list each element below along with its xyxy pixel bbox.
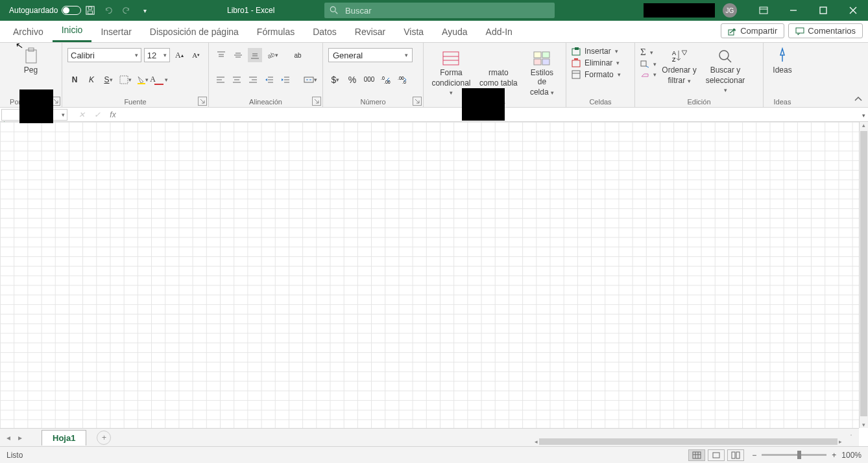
fill-button[interactable]: ▾ <box>640 60 657 68</box>
align-right-icon[interactable] <box>247 73 260 87</box>
tab-addin[interactable]: Add-In <box>477 23 522 42</box>
tab-inicio[interactable]: Inicio <box>53 21 92 42</box>
share-label: Compartir <box>740 26 777 36</box>
enter-icon[interactable]: ✓ <box>90 110 105 119</box>
comments-button[interactable]: Comentarios <box>788 23 863 38</box>
horizontal-scrollbar[interactable]: ◂ ▸ <box>535 437 859 446</box>
align-bottom-icon[interactable] <box>248 48 262 62</box>
scroll-thumb[interactable] <box>860 131 867 416</box>
insert-cells-button[interactable]: Insertar▾ <box>572 47 629 56</box>
wrap-text-button[interactable]: ab <box>291 48 305 62</box>
view-layout-icon[interactable] <box>708 449 725 461</box>
autosave-toggle[interactable]: Autoguardado <box>9 6 81 15</box>
autosum-button[interactable]: Σ▾ <box>640 47 657 58</box>
align-center-icon[interactable] <box>230 73 244 87</box>
sort-filter-button[interactable]: AZ Ordenar y filtrar ▾ <box>659 45 699 87</box>
decrease-font-icon[interactable]: A▾ <box>189 48 203 62</box>
scroll-thumb[interactable] <box>539 438 838 445</box>
clear-button[interactable]: ▾ <box>640 71 657 78</box>
spreadsheet-grid[interactable] <box>0 122 859 428</box>
svg-rect-51 <box>542 52 549 58</box>
tab-revisar[interactable]: Revisar <box>346 23 394 42</box>
thousands-button[interactable]: 000 <box>362 73 376 87</box>
svg-rect-70 <box>732 452 735 458</box>
collapse-ribbon-icon[interactable] <box>854 95 863 104</box>
tab-datos[interactable]: Datos <box>304 23 346 42</box>
svg-rect-69 <box>713 453 719 458</box>
view-normal-icon[interactable] <box>688 449 705 461</box>
font-color-button[interactable]: A▾ <box>152 73 166 87</box>
svg-rect-56 <box>572 60 580 67</box>
add-sheet-button[interactable]: + <box>97 431 111 445</box>
svg-text:ab: ab <box>266 51 274 60</box>
ideas-button[interactable]: Ideas <box>769 45 796 77</box>
decrease-indent-icon[interactable] <box>263 73 276 87</box>
tab-archivo[interactable]: Archivo <box>4 23 53 42</box>
delete-cells-button[interactable]: Eliminar▾ <box>572 58 629 67</box>
align-middle-icon[interactable] <box>231 48 245 62</box>
comment-icon <box>795 27 804 36</box>
align-left-icon[interactable] <box>214 73 228 87</box>
find-select-button[interactable]: Buscar y seleccionar ▾ <box>702 45 749 95</box>
save-icon[interactable] <box>84 4 97 17</box>
paste-button[interactable]: Peg <box>5 45 56 77</box>
italic-button[interactable]: K <box>84 73 99 87</box>
svg-rect-50 <box>534 52 541 58</box>
view-pagebreak-icon[interactable] <box>727 449 744 461</box>
cancel-icon[interactable]: ✕ <box>74 110 90 119</box>
redacted-block <box>19 89 53 123</box>
undo-icon[interactable] <box>102 4 115 17</box>
search-box[interactable]: Buscar <box>324 3 555 18</box>
tab-ayuda[interactable]: Ayuda <box>433 23 476 42</box>
underline-button[interactable]: S▾ <box>101 73 115 87</box>
sheet-tab[interactable]: Hoja1 <box>42 430 86 445</box>
merge-button[interactable]: ▾ <box>304 73 317 87</box>
bold-button[interactable]: N <box>67 73 82 87</box>
maximize-icon[interactable] <box>808 0 838 21</box>
cell-styles-button[interactable]: Estilos de celda ▾ <box>524 48 561 98</box>
borders-button[interactable]: ▾ <box>118 73 132 87</box>
launcher-icon[interactable] <box>198 97 207 106</box>
tab-formulas[interactable]: Fórmulas <box>248 23 304 42</box>
redo-icon[interactable] <box>120 4 133 17</box>
close-icon[interactable] <box>838 0 868 21</box>
increase-decimal-icon[interactable]: .0.00 <box>379 73 393 87</box>
launcher-icon[interactable] <box>312 97 321 106</box>
svg-rect-60 <box>641 61 646 66</box>
ribbon-display-icon[interactable] <box>749 0 778 21</box>
number-format-selector[interactable]: General▾ <box>328 48 413 62</box>
font-size-selector[interactable]: 12▾ <box>144 48 170 62</box>
user-avatar[interactable]: JG <box>723 3 737 18</box>
share-button[interactable]: Compartir <box>721 23 784 38</box>
tab-vista[interactable]: Vista <box>394 23 433 42</box>
fill-color-button[interactable]: ▾ <box>135 73 149 87</box>
zoom-in-button[interactable]: + <box>832 451 836 460</box>
autosave-label: Autoguardado <box>9 6 58 15</box>
format-cells-button[interactable]: Formato▾ <box>572 70 629 79</box>
next-sheet-icon[interactable]: ▸ <box>18 433 22 442</box>
comments-label: Comentarios <box>808 26 856 36</box>
toggle-switch[interactable] <box>62 6 81 15</box>
tab-disposicion[interactable]: Disposición de página <box>141 23 248 42</box>
minimize-icon[interactable] <box>778 0 808 21</box>
currency-button[interactable]: $▾ <box>328 73 343 87</box>
expand-formula-icon[interactable]: ▾ <box>862 110 865 119</box>
tab-insertar[interactable]: Insertar <box>91 23 140 42</box>
zoom-out-button[interactable]: − <box>752 451 756 460</box>
increase-font-icon[interactable]: A▴ <box>173 48 187 62</box>
decrease-decimal-icon[interactable]: .00.0 <box>396 73 410 87</box>
align-top-icon[interactable] <box>214 48 228 62</box>
qat-more-icon[interactable]: ▾ <box>138 4 151 17</box>
vertical-scrollbar[interactable]: ▴ ▾ <box>859 122 868 428</box>
launcher-icon[interactable] <box>413 97 422 106</box>
prev-sheet-icon[interactable]: ◂ <box>6 433 10 442</box>
svg-rect-71 <box>736 452 740 458</box>
zoom-level[interactable]: 100% <box>841 451 862 460</box>
font-selector[interactable]: Calibri▾ <box>67 48 141 62</box>
percent-button[interactable]: % <box>345 73 359 87</box>
fx-icon[interactable]: fx <box>105 110 121 119</box>
zoom-slider[interactable] <box>762 454 826 456</box>
svg-rect-52 <box>534 59 541 65</box>
increase-indent-icon[interactable] <box>279 73 293 87</box>
orientation-icon[interactable]: ab▾ <box>265 48 279 62</box>
